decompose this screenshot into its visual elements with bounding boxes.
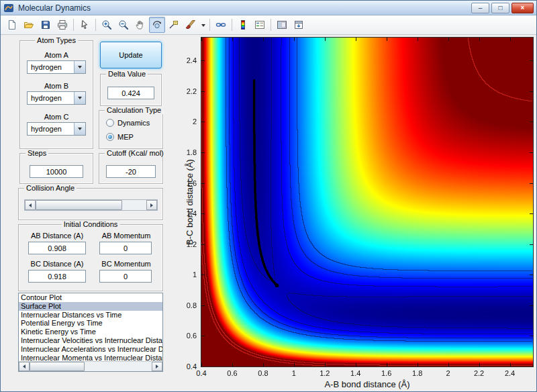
x-tick-label: 1 [292, 369, 296, 377]
plot-list-item[interactable]: Internuclear Velocities vs Internuclear … [19, 336, 162, 345]
slider-thumb[interactable] [36, 200, 122, 210]
insert-colorbar-button[interactable] [235, 17, 251, 33]
edit-plot-button[interactable] [77, 17, 93, 33]
steps-title: Steps [26, 149, 48, 157]
window-icon [3, 3, 14, 13]
zoom-in-button[interactable] [99, 17, 115, 33]
collision-angle-panel: Collision Angle [18, 188, 163, 220]
bc-momentum-label: BC Momentum [94, 260, 158, 268]
scrollbar-thumb[interactable] [30, 362, 85, 371]
plot-list-item[interactable]: Potential Energy vs Time [19, 319, 162, 328]
link-plot-button[interactable] [213, 17, 229, 33]
ab-distance-input[interactable] [28, 242, 86, 254]
save-figure-icon [40, 19, 51, 30]
rotate-3d-button[interactable] [149, 17, 165, 33]
minimize-button[interactable]: – [471, 3, 489, 13]
atom-types-title: Atom Types [35, 36, 78, 44]
plot-list-item[interactable]: Kinetic Energy vs Time [19, 328, 162, 336]
scrollbar-left-arrow[interactable] [19, 362, 30, 371]
atom-c-label: Atom C [20, 113, 93, 121]
y-axis-label: B-C bond distance (Å) [185, 159, 195, 245]
atom-b-dropdown[interactable]: hydrogen [27, 91, 86, 105]
plot-list-item[interactable]: Contour Plot [19, 293, 162, 302]
chevron-down-icon[interactable] [74, 92, 85, 104]
scrollbar-right-arrow[interactable] [152, 362, 162, 371]
legend-icon [254, 19, 265, 30]
atom-c-dropdown[interactable]: hydrogen [27, 122, 86, 136]
listbox-hscrollbar[interactable] [19, 361, 162, 371]
save-figure-button[interactable] [38, 17, 54, 33]
hide-plot-tools-button[interactable] [274, 17, 290, 33]
collision-angle-slider[interactable] [24, 199, 158, 211]
slider-left-arrow[interactable] [25, 200, 36, 210]
toolbar-separator [209, 19, 210, 31]
close-button[interactable]: × [511, 3, 534, 13]
zoom-out-button[interactable] [115, 17, 132, 33]
maximize-button[interactable]: □ [491, 3, 509, 13]
ab-momentum-label: AB Momentum [94, 232, 158, 240]
pes-canvas[interactable] [201, 38, 533, 366]
atom-types-panel: Atom Types Atom A hydrogen Atom B hydrog… [19, 40, 93, 149]
atom-c-value: hydrogen [28, 123, 74, 135]
dock-figure-button[interactable] [291, 17, 307, 33]
plot-list-item[interactable]: Surface Plot [19, 302, 162, 311]
chevron-down-icon[interactable] [74, 61, 85, 73]
open-file-button[interactable] [21, 17, 37, 33]
delta-value-input[interactable] [107, 87, 154, 99]
zoom-in-icon [101, 19, 112, 30]
radio-mep[interactable]: MEP [106, 133, 134, 141]
bc-distance-input[interactable] [28, 270, 86, 283]
cutoff-input[interactable] [106, 165, 156, 178]
toolbar-separator [232, 19, 232, 31]
brush-data-button[interactable] [183, 17, 199, 33]
ab-distance-label: AB Distance (A) [23, 232, 91, 240]
y-tick-label: 2 [182, 117, 197, 126]
plot-type-listbox: Contour Plot Surface Plot Internuclear D… [18, 293, 163, 372]
steps-panel: Steps [19, 153, 93, 184]
plot-list-item[interactable]: Internuclear Accelerations vs Internucle… [19, 345, 162, 354]
data-cursor-icon [168, 19, 179, 30]
content: Atom Types Atom A hydrogen Atom B hydrog… [1, 35, 536, 391]
chevron-down-icon[interactable] [74, 123, 85, 135]
titlebar[interactable]: Molecular Dynamics – □ × [1, 1, 536, 15]
y-tick-label: 0.4 [182, 362, 197, 371]
atom-a-dropdown[interactable]: hydrogen [27, 60, 86, 74]
bc-momentum-input[interactable] [99, 270, 152, 283]
brush-dropdown-caret[interactable] [199, 17, 207, 33]
radio-icon [106, 119, 114, 127]
steps-input[interactable] [30, 165, 83, 178]
new-figure-button[interactable] [4, 17, 20, 33]
print-figure-icon [57, 19, 68, 30]
pan-button[interactable] [132, 17, 148, 33]
plot-list-item[interactable]: Internuclear Distances vs Time [19, 311, 162, 320]
x-tick-label: 1.2 [320, 369, 330, 377]
plot-list-item[interactable]: Internuclear Momenta vs Internuclear Dis… [19, 354, 162, 361]
slider-track[interactable] [36, 200, 146, 210]
print-figure-button[interactable] [54, 17, 70, 33]
ab-momentum-input[interactable] [99, 242, 152, 254]
insert-legend-button[interactable] [252, 17, 268, 33]
left-controls: Atom Types Atom A hydrogen Atom B hydrog… [1, 35, 182, 391]
cutoff-panel: Cutoff (Kcal/ mol) [99, 153, 163, 184]
data-cursor-button[interactable] [166, 17, 182, 33]
y-tick-label: 2.4 [182, 56, 197, 64]
toolbar-separator [271, 19, 271, 31]
x-tick-label: 2 [446, 369, 450, 377]
x-tick-label: 0.6 [227, 369, 237, 377]
update-button[interactable]: Update [100, 42, 162, 68]
y-tick-label: 1.2 [182, 240, 197, 248]
scrollbar-track[interactable] [30, 362, 152, 371]
chevron-down-icon [201, 24, 205, 29]
slider-right-arrow[interactable] [146, 200, 157, 210]
y-tick-label: 2.2 [182, 87, 197, 95]
new-figure-icon [7, 19, 17, 30]
y-tick-label: 0.6 [182, 332, 197, 340]
atom-b-value: hydrogen [28, 92, 74, 104]
cutoff-title: Cutoff (Kcal/ mol) [105, 149, 166, 157]
plot-area: A-B bond distance (Å) B-C bond distance … [182, 35, 536, 391]
initial-conditions-panel: Initial Conditions AB Distance (A) AB Mo… [18, 224, 163, 291]
bc-distance-label: BC Distance (A) [23, 260, 91, 268]
y-tick-label: 1 [182, 271, 197, 279]
radio-dynamics[interactable]: Dynamics [106, 119, 150, 127]
initial-conditions-title: Initial Conditions [62, 220, 120, 228]
